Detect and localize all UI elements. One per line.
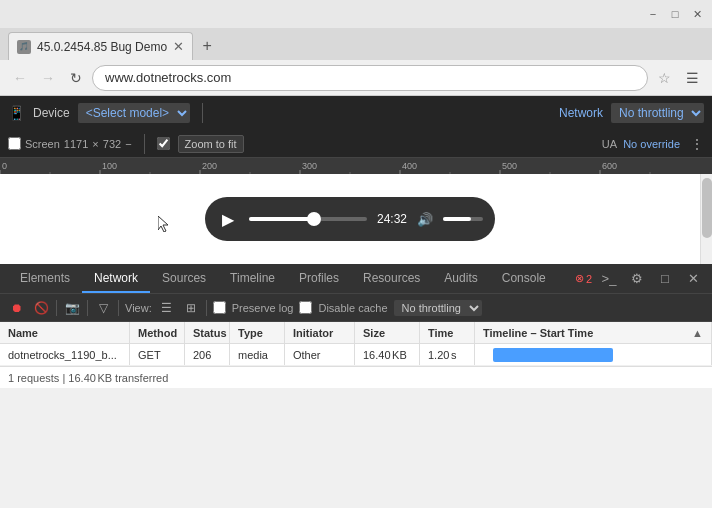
maximize-button[interactable]: □ xyxy=(668,7,682,21)
svg-text:400: 400 xyxy=(402,161,417,171)
network-table: Name Method Status Type Initiator Size T… xyxy=(0,322,712,366)
row-name: dotnetrocks_1190_b... xyxy=(0,344,130,365)
network-toolbar: ⏺ 🚫 📷 ▽ View: ☰ ⊞ Preserve log Disable c… xyxy=(0,294,712,322)
throttle-dropdown[interactable]: No throttling xyxy=(394,300,482,316)
network-label: Network xyxy=(559,106,603,120)
view-label: View: xyxy=(125,302,152,314)
progress-thumb[interactable] xyxy=(307,212,321,226)
screen-label: Screen xyxy=(25,138,60,150)
url-text: www.dotnetrocks.com xyxy=(105,70,231,85)
zoom-checkbox[interactable] xyxy=(157,137,170,150)
ruler-svg: 0 100 200 300 400 500 600 xyxy=(0,158,700,174)
svg-text:0: 0 xyxy=(2,161,7,171)
tab-sources[interactable]: Sources xyxy=(150,264,218,293)
tab-elements[interactable]: Elements xyxy=(8,264,82,293)
screen-info: Screen 1171 × 732 − xyxy=(8,137,132,150)
tab-audits[interactable]: Audits xyxy=(432,264,489,293)
address-bar[interactable]: www.dotnetrocks.com xyxy=(92,65,648,91)
devtools-tabs: Elements Network Sources Timeline Profil… xyxy=(0,264,712,294)
mouse-cursor xyxy=(158,216,174,232)
col-timeline[interactable]: Timeline – Start Time ▲ xyxy=(475,322,712,343)
large-view-button[interactable]: ⊞ xyxy=(182,299,200,317)
progress-track[interactable] xyxy=(249,217,367,221)
more-button[interactable]: ⋮ xyxy=(690,136,704,152)
minus-symbol: − xyxy=(125,138,131,150)
scrollbar-thumb[interactable] xyxy=(702,178,712,238)
play-button[interactable]: ▶ xyxy=(217,208,239,230)
screen-width: 1171 xyxy=(64,138,88,150)
page-content: ▶ 24:32 🔊 xyxy=(0,174,700,264)
time-display: 24:32 xyxy=(377,212,407,226)
preserve-log-label: Preserve log xyxy=(232,302,294,314)
row-status: 206 xyxy=(185,344,230,365)
device-label: Device xyxy=(33,106,70,120)
volume-icon[interactable]: 🔊 xyxy=(417,212,433,227)
tab-title: 45.0.2454.85 Bug Demo xyxy=(37,40,167,54)
new-tab-button[interactable]: + xyxy=(193,32,221,60)
reload-button[interactable]: ↻ xyxy=(64,66,88,90)
row-type: media xyxy=(230,344,285,365)
settings-icon[interactable]: ⚙ xyxy=(626,268,648,290)
cross-symbol: × xyxy=(92,138,98,150)
col-name[interactable]: Name xyxy=(0,322,130,343)
toolbar-divider3 xyxy=(118,300,119,316)
audio-player: ▶ 24:32 🔊 xyxy=(205,197,495,241)
svg-text:200: 200 xyxy=(202,161,217,171)
filter-button[interactable]: ▽ xyxy=(94,299,112,317)
close-button[interactable]: ✕ xyxy=(690,7,704,21)
forward-button[interactable]: → xyxy=(36,66,60,90)
tab-resources[interactable]: Resources xyxy=(351,264,432,293)
sort-icon: ▲ xyxy=(692,327,703,339)
clear-button[interactable]: 🚫 xyxy=(32,299,50,317)
preserve-log-checkbox[interactable] xyxy=(213,301,226,314)
screen-checkbox[interactable] xyxy=(8,137,21,150)
tab-console[interactable]: Console xyxy=(490,264,558,293)
row-time: 1.20 s xyxy=(420,344,475,365)
row-initiator: Other xyxy=(285,344,355,365)
col-type[interactable]: Type xyxy=(230,322,285,343)
bookmark-button[interactable]: ☆ xyxy=(652,66,676,90)
col-status[interactable]: Status xyxy=(185,322,230,343)
svg-text:600: 600 xyxy=(602,161,617,171)
col-time[interactable]: Time xyxy=(420,322,475,343)
menu-button[interactable]: ☰ xyxy=(680,66,704,90)
record-button[interactable]: ⏺ xyxy=(8,299,26,317)
device-model-select[interactable]: <Select model> xyxy=(78,103,190,123)
tab-profiles[interactable]: Profiles xyxy=(287,264,351,293)
network-table-header: Name Method Status Type Initiator Size T… xyxy=(0,322,712,344)
camera-button[interactable]: 📷 xyxy=(63,299,81,317)
svg-text:500: 500 xyxy=(502,161,517,171)
page-content-area: ▶ 24:32 🔊 xyxy=(0,174,712,264)
minimize-button[interactable]: − xyxy=(646,7,660,21)
disable-cache-label: Disable cache xyxy=(318,302,387,314)
disable-cache-checkbox[interactable] xyxy=(299,301,312,314)
divider2 xyxy=(144,134,145,154)
tab-timeline[interactable]: Timeline xyxy=(218,264,287,293)
back-button[interactable]: ← xyxy=(8,66,32,90)
dock-icon[interactable]: □ xyxy=(654,268,676,290)
ruler: 0 100 200 300 400 500 600 xyxy=(0,158,712,174)
throttle-select[interactable]: No throttling xyxy=(611,103,704,123)
ua-override[interactable]: No override xyxy=(623,138,680,150)
col-initiator[interactable]: Initiator xyxy=(285,322,355,343)
scrollbar[interactable] xyxy=(700,174,712,264)
volume-track[interactable] xyxy=(443,217,483,221)
tab-close-button[interactable]: ✕ xyxy=(173,39,184,54)
active-tab[interactable]: 🎵 45.0.2454.85 Bug Demo ✕ xyxy=(8,32,193,60)
close-devtools-button[interactable]: ✕ xyxy=(682,268,704,290)
progress-fill xyxy=(249,217,314,221)
row-timeline xyxy=(475,344,712,365)
table-row[interactable]: dotnetrocks_1190_b... GET 206 media Othe… xyxy=(0,344,712,366)
devtools-secondary-bar: Screen 1171 × 732 − Zoom to fit UA No ov… xyxy=(0,130,712,158)
zoom-to-fit-button[interactable]: Zoom to fit xyxy=(178,135,244,153)
col-method[interactable]: Method xyxy=(130,322,185,343)
col-size[interactable]: Size xyxy=(355,322,420,343)
svg-text:100: 100 xyxy=(102,161,117,171)
console-input-icon[interactable]: >_ xyxy=(598,268,620,290)
devtools-tab-icons: ⊗ 2 >_ ⚙ □ ✕ xyxy=(575,264,704,293)
list-view-button[interactable]: ☰ xyxy=(158,299,176,317)
device-icon: 📱 xyxy=(8,105,25,121)
tab-favicon: 🎵 xyxy=(17,40,31,54)
tab-network[interactable]: Network xyxy=(82,264,150,293)
devtools-top-bar: 📱 Device <Select model> Network No throt… xyxy=(0,96,712,130)
